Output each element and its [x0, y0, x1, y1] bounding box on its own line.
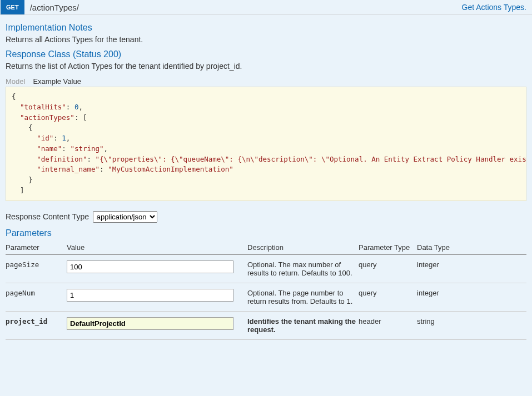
header-param-type: Parameter Type	[359, 240, 417, 255]
param-description: Optional. The page number to return resu…	[247, 283, 359, 312]
param-input-pageSize[interactable]	[67, 260, 233, 273]
param-value-cell	[67, 283, 247, 312]
header-description: Description	[247, 240, 359, 255]
implementation-notes-heading: Implementation Notes	[6, 23, 526, 33]
table-row: project_id Identifies the tenant making …	[6, 312, 526, 340]
param-type: header	[359, 312, 417, 340]
parameters-table: Parameter Value Description Parameter Ty…	[6, 240, 526, 340]
param-description: Identifies the tenant making the request…	[247, 312, 359, 340]
response-class-text: Returns the list of Action Types for the…	[6, 62, 526, 71]
operation-header[interactable]: GET /actionTypes/ Get Actions Types.	[0, 0, 532, 15]
param-value-cell	[67, 255, 247, 283]
param-name: pageNum	[6, 283, 67, 312]
example-value-code[interactable]: { "totalHits": 0, "actionTypes": [ { "id…	[6, 87, 526, 201]
parameters-heading: Parameters	[6, 228, 526, 238]
param-type: query	[359, 283, 417, 312]
parameters-table-header-row: Parameter Value Description Parameter Ty…	[6, 240, 526, 255]
param-data-type: integer	[417, 255, 526, 283]
param-type: query	[359, 255, 417, 283]
operation-content: Implementation Notes Returns all Actions…	[0, 15, 532, 345]
param-value-cell	[67, 312, 247, 340]
header-value: Value	[67, 240, 247, 255]
response-class-heading: Response Class (Status 200)	[6, 49, 526, 59]
operation-summary-link[interactable]: Get Actions Types.	[462, 3, 526, 12]
implementation-notes-text: Returns all Actions Types for the tenant…	[6, 35, 526, 44]
param-data-type: integer	[417, 283, 526, 312]
header-data-type: Data Type	[417, 240, 526, 255]
param-data-type: string	[417, 312, 526, 340]
param-description: Optional. The max number of results to r…	[247, 255, 359, 283]
header-parameter: Parameter	[6, 240, 67, 255]
response-content-type-select[interactable]: application/json	[93, 211, 157, 223]
param-name: pageSize	[6, 255, 67, 283]
response-content-type-label: Response Content Type	[6, 212, 89, 221]
model-example-tabs: Model Example Value	[6, 77, 526, 86]
param-description-text: Identifies the tenant making the request…	[247, 317, 356, 334]
http-method-badge: GET	[1, 0, 24, 14]
param-input-project-id[interactable]	[67, 317, 233, 330]
tab-model[interactable]: Model	[6, 77, 25, 86]
endpoint-path: /actionTypes/	[24, 3, 462, 12]
table-row: pageSize Optional. The max number of res…	[6, 255, 526, 283]
tab-example-value[interactable]: Example Value	[33, 77, 81, 86]
table-row: pageNum Optional. The page number to ret…	[6, 283, 526, 312]
response-content-type-row: Response Content Type application/json	[6, 211, 526, 223]
param-input-pageNum[interactable]	[67, 289, 233, 302]
param-name: project_id	[6, 312, 67, 340]
